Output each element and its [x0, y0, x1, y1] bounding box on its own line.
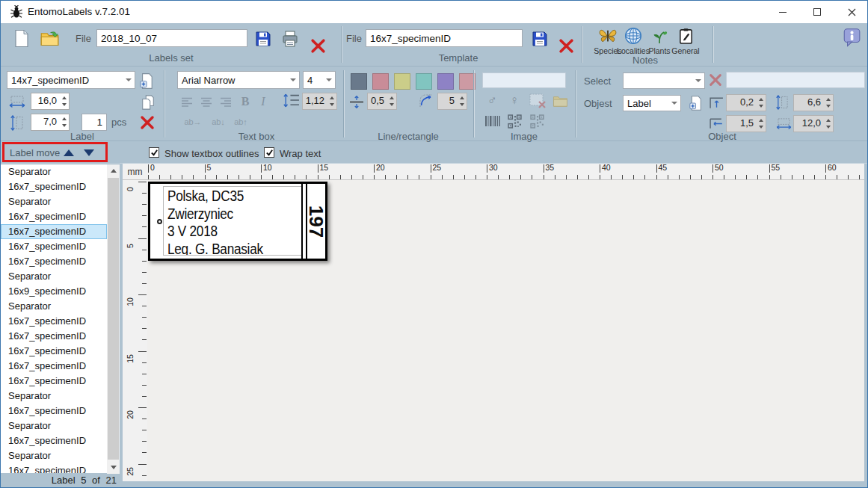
list-item[interactable]: 16x7_specimenID: [1, 254, 107, 269]
close-labels-set-button[interactable]: [309, 37, 327, 55]
list-item[interactable]: 16x7_specimenID: [1, 404, 107, 418]
list-item[interactable]: 16x7_specimenID: [1, 224, 107, 239]
browse-image-button[interactable]: [551, 94, 569, 108]
maximize-button[interactable]: [800, 1, 834, 23]
list-item[interactable]: 16x7_specimenID: [1, 374, 107, 389]
spinner-arrows[interactable]: [823, 116, 833, 132]
list-item[interactable]: Separator: [1, 269, 107, 284]
list-item[interactable]: Separator: [1, 418, 107, 433]
spinner-arrows[interactable]: [327, 93, 336, 109]
spinner-arrows[interactable]: [457, 93, 467, 109]
list-item[interactable]: 16x7_specimenID: [1, 433, 107, 448]
list-item[interactable]: 16x7_specimenID: [1, 209, 107, 224]
list-item[interactable]: 16x7_specimenID: [1, 179, 107, 194]
spinner-arrows[interactable]: [823, 95, 833, 111]
barcode-button[interactable]: [484, 114, 502, 129]
list-item[interactable]: 16x7_specimenID: [1, 329, 107, 344]
text-rotate-up-button[interactable]: ab↑: [230, 114, 251, 129]
scroll-up-button[interactable]: [107, 164, 120, 177]
notes-localities-button[interactable]: [623, 26, 644, 46]
label-move-up-button[interactable]: [64, 149, 74, 156]
wrap-text-checkbox[interactable]: [264, 147, 274, 158]
add-label-template-button[interactable]: [138, 71, 155, 90]
list-item[interactable]: Separator: [1, 389, 107, 404]
list-item[interactable]: 16x7_specimenID: [1, 344, 107, 359]
minimize-button[interactable]: [766, 1, 800, 23]
list-item[interactable]: Separator: [1, 448, 107, 463]
bold-button[interactable]: B: [238, 94, 252, 109]
list-item[interactable]: 16x9_specimenID: [1, 284, 107, 299]
save-labels-set-button[interactable]: [253, 29, 272, 49]
female-symbol-button[interactable]: ♀: [506, 93, 523, 109]
spinner-arrows[interactable]: [756, 116, 766, 132]
spinner-arrows[interactable]: [59, 93, 69, 109]
template-file-input[interactable]: [366, 29, 523, 47]
help-button[interactable]: [841, 26, 862, 47]
scroll-down-button[interactable]: [107, 461, 120, 474]
italic-button[interactable]: I: [256, 94, 270, 109]
list-scrollbar[interactable]: [107, 164, 120, 473]
list-item[interactable]: 16x7_specimenID: [1, 239, 107, 254]
text-rotate-down-button[interactable]: ab↓: [208, 114, 229, 129]
close-template-button[interactable]: [557, 37, 575, 55]
delete-image-button[interactable]: [529, 93, 547, 109]
spinner-arrows[interactable]: [756, 95, 766, 111]
color-swatch[interactable]: [394, 73, 410, 90]
copy-label-button[interactable]: [140, 93, 156, 112]
label-preview[interactable]: Polska, DC35 Zwierzyniec 3 V 2018 Leg. G…: [148, 182, 327, 261]
notes-plants-button[interactable]: [650, 26, 669, 46]
object-select[interactable]: [623, 72, 705, 89]
print-button[interactable]: [280, 30, 300, 48]
font-size-select[interactable]: 4: [303, 71, 336, 89]
delete-label-button[interactable]: [138, 114, 156, 132]
specimen-number[interactable]: 197: [307, 184, 325, 259]
object-type-select[interactable]: Label: [623, 95, 681, 111]
clear-selection-button[interactable]: [708, 72, 723, 87]
list-item[interactable]: Separator: [1, 194, 107, 209]
color-swatch[interactable]: [372, 73, 389, 90]
text-horizontal-button[interactable]: ab→: [182, 114, 203, 129]
notes-species-button[interactable]: [597, 26, 618, 46]
spinner-arrows[interactable]: [59, 114, 69, 130]
scrollbar-thumb[interactable]: [108, 178, 119, 460]
corner-radius-spinner[interactable]: 5: [437, 93, 467, 110]
label-height-spinner[interactable]: 7,0: [31, 114, 70, 131]
list-item[interactable]: 16x7_specimenID: [1, 463, 107, 473]
object-height-spinner[interactable]: 6,6: [793, 94, 834, 111]
color-swatch[interactable]: [351, 73, 367, 90]
add-object-button[interactable]: [687, 93, 704, 113]
male-symbol-button[interactable]: ♂: [484, 93, 500, 109]
align-center-button[interactable]: [198, 96, 215, 109]
label-width-spinner[interactable]: 16,0: [31, 93, 70, 110]
label-list[interactable]: Separator16x7_specimenIDSeparator16x7_sp…: [1, 164, 107, 473]
object-left-spinner[interactable]: 1,5: [726, 115, 766, 132]
line-spacing-spinner[interactable]: 1,12: [302, 93, 337, 110]
list-item[interactable]: Separator: [1, 299, 107, 314]
qr-code-button[interactable]: [506, 114, 523, 129]
align-left-button[interactable]: [179, 96, 195, 109]
spinner-arrows[interactable]: [387, 93, 396, 109]
open-labels-set-button[interactable]: [40, 29, 60, 47]
color-swatch[interactable]: [437, 73, 454, 90]
object-width-spinner[interactable]: 12,0: [793, 115, 834, 132]
label-count-input[interactable]: [81, 114, 107, 131]
anchor-point[interactable]: [157, 219, 162, 224]
font-family-select[interactable]: Arial Narrow: [177, 71, 300, 89]
list-item[interactable]: 16x7_specimenID: [1, 314, 107, 329]
label-textbox[interactable]: Polska, DC35 Zwierzyniec 3 V 2018 Leg. G…: [163, 186, 303, 256]
label-move-down-button[interactable]: [84, 149, 94, 156]
image-name-field[interactable]: [482, 72, 566, 88]
list-item[interactable]: Separator: [1, 164, 107, 179]
line-width-spinner[interactable]: 0,5: [367, 93, 397, 110]
save-template-button[interactable]: [530, 29, 549, 49]
align-right-button[interactable]: [218, 96, 234, 109]
list-item[interactable]: 16x7_specimenID: [1, 359, 107, 374]
label-template-select[interactable]: 14x7_specimenID: [7, 71, 135, 89]
labels-set-file-input[interactable]: [96, 29, 247, 47]
object-top-spinner[interactable]: 0,2: [726, 94, 766, 111]
new-labels-set-button[interactable]: [13, 28, 31, 49]
qr-code-alt-button[interactable]: [529, 114, 545, 129]
show-outlines-checkbox[interactable]: [149, 147, 159, 158]
notes-general-button[interactable]: [676, 26, 695, 46]
color-swatch[interactable]: [416, 73, 432, 90]
